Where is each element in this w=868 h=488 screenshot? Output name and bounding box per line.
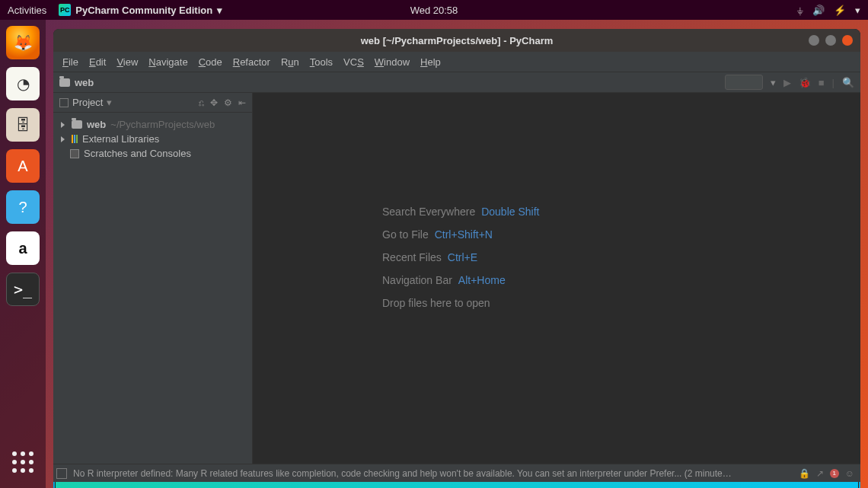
- menu-window[interactable]: Window: [375, 56, 410, 68]
- gear-icon[interactable]: ⚙: [224, 97, 232, 108]
- menu-run[interactable]: Run: [281, 56, 299, 68]
- collapse-all-icon[interactable]: ⎌: [199, 97, 204, 108]
- tree-root-path: ~/PycharmProjects/web: [110, 119, 215, 130]
- chevron-down-icon[interactable]: ▾: [771, 77, 776, 88]
- breadcrumb-label: web: [75, 77, 94, 88]
- hint-navbar-key: Alt+Home: [458, 274, 506, 286]
- app-menu[interactable]: PC PyCharm Community Edition ▾: [59, 4, 222, 16]
- ubuntu-launcher: 🦊 ◔ 🗄 A ? a >_ PC: [0, 20, 46, 488]
- tree-item-label: External Libraries: [82, 133, 159, 145]
- launcher-help[interactable]: ?: [6, 190, 40, 224]
- hint-search-key: Double Shift: [481, 206, 539, 218]
- stop-button[interactable]: ■: [819, 77, 825, 88]
- tool-windows-icon[interactable]: [56, 468, 67, 479]
- expand-arrow-icon[interactable]: [61, 136, 67, 142]
- run-config-select[interactable]: [725, 75, 763, 90]
- tree-external-libs[interactable]: External Libraries: [58, 132, 247, 146]
- clock[interactable]: Wed 20:58: [410, 5, 458, 16]
- search-icon[interactable]: 🔍: [842, 77, 854, 88]
- status-message[interactable]: No R interpreter defined: Many R related…: [73, 468, 736, 479]
- pycharm-icon: PC: [59, 4, 71, 16]
- menubar: FFileile Edit View Navigate Code Refacto…: [53, 52, 860, 72]
- launcher-disks[interactable]: ◔: [6, 67, 40, 100]
- status-bar: No R interpreter defined: Many R related…: [53, 464, 860, 482]
- network-icon[interactable]: ⏚: [797, 5, 803, 16]
- menu-view[interactable]: View: [116, 56, 138, 68]
- hint-navbar: Navigation Bar: [382, 274, 452, 286]
- folder-icon: [59, 78, 70, 87]
- tree-item-label: Scratches and Consoles: [84, 148, 191, 159]
- chevron-down-icon[interactable]: ▾: [107, 97, 112, 108]
- chevron-down-icon: ▾: [217, 5, 222, 16]
- hint-search: Search Everywhere: [382, 206, 475, 218]
- run-button[interactable]: ▶: [783, 77, 791, 88]
- editor-area[interactable]: Search EverywhereDouble Shift Go to File…: [253, 93, 860, 464]
- goto-icon[interactable]: ↗: [816, 468, 824, 479]
- menu-tools[interactable]: Tools: [310, 56, 333, 68]
- launcher-software[interactable]: A: [6, 149, 40, 183]
- hint-recent-key: Ctrl+E: [448, 251, 477, 263]
- launcher-terminal[interactable]: >_: [6, 273, 40, 306]
- app-menu-label: PyCharm Community Edition: [75, 5, 212, 16]
- breadcrumb[interactable]: web: [59, 77, 94, 88]
- folder-icon: [72, 120, 82, 129]
- hint-gotofile: Go to File: [382, 228, 429, 241]
- welcome-hints: Search EverywhereDouble Shift Go to File…: [382, 206, 539, 320]
- tree-scratches[interactable]: Scratches and Consoles: [58, 146, 247, 161]
- lock-icon[interactable]: 🔒: [799, 468, 810, 479]
- project-panel-header: Project ▾ ⎌ ✥ ⚙ ⇤: [53, 93, 252, 113]
- project-panel-title[interactable]: Project: [72, 97, 103, 108]
- window-title: web [~/PycharmProjects/web] - PyCharm: [361, 35, 554, 46]
- tree-root[interactable]: web ~/PycharmProjects/web: [58, 117, 247, 132]
- libraries-icon: [72, 135, 78, 143]
- pycharm-window: web [~/PycharmProjects/web] - PyCharm FF…: [53, 29, 860, 482]
- close-button[interactable]: [842, 35, 853, 46]
- launcher-files[interactable]: 🗄: [6, 108, 40, 142]
- hector-icon[interactable]: ☺: [845, 468, 854, 479]
- launcher-firefox[interactable]: 🦊: [6, 26, 40, 59]
- menu-help[interactable]: Help: [420, 56, 441, 68]
- show-applications[interactable]: [6, 445, 40, 479]
- menu-edit[interactable]: Edit: [89, 56, 106, 68]
- ubuntu-top-bar: Activities PC PyCharm Community Edition …: [0, 0, 868, 20]
- titlebar[interactable]: web [~/PycharmProjects/web] - PyCharm: [53, 29, 860, 52]
- battery-icon[interactable]: ⚡: [834, 5, 846, 16]
- hint-drop: Drop files here to open: [382, 297, 490, 309]
- volume-icon[interactable]: 🔊: [812, 5, 825, 16]
- hint-recent: Recent Files: [382, 251, 442, 263]
- menu-file[interactable]: FFileile: [62, 56, 78, 68]
- project-sidebar: Project ▾ ⎌ ✥ ⚙ ⇤ web ~/PycharmProjects/…: [53, 93, 253, 464]
- menu-code[interactable]: Code: [199, 56, 222, 68]
- project-tree: web ~/PycharmProjects/web External Libra…: [53, 113, 252, 165]
- minimize-button[interactable]: [809, 35, 819, 46]
- hint-gotofile-key: Ctrl+Shift+N: [435, 228, 493, 241]
- launcher-amazon[interactable]: a: [6, 231, 40, 265]
- menu-vcs[interactable]: VCS: [343, 56, 364, 68]
- event-log-badge[interactable]: 1: [830, 469, 839, 478]
- chevron-down-icon[interactable]: ▾: [855, 5, 860, 16]
- maximize-button[interactable]: [825, 35, 836, 46]
- expand-arrow-icon[interactable]: [61, 122, 67, 128]
- debug-button[interactable]: 🐞: [799, 77, 811, 88]
- scratches-icon: [70, 149, 79, 158]
- project-icon: [59, 98, 69, 107]
- separator: |: [832, 77, 834, 88]
- grid-icon: [12, 451, 34, 473]
- toolbar: web ▾ ▶ 🐞 ■ | 🔍: [53, 72, 860, 93]
- menu-navigate[interactable]: Navigate: [148, 56, 187, 68]
- hide-icon[interactable]: ⇤: [238, 97, 246, 108]
- activities[interactable]: Activities: [8, 5, 46, 16]
- locate-icon[interactable]: ✥: [210, 97, 218, 108]
- tree-root-label: web: [87, 119, 106, 130]
- menu-refactor[interactable]: Refactor: [233, 56, 270, 68]
